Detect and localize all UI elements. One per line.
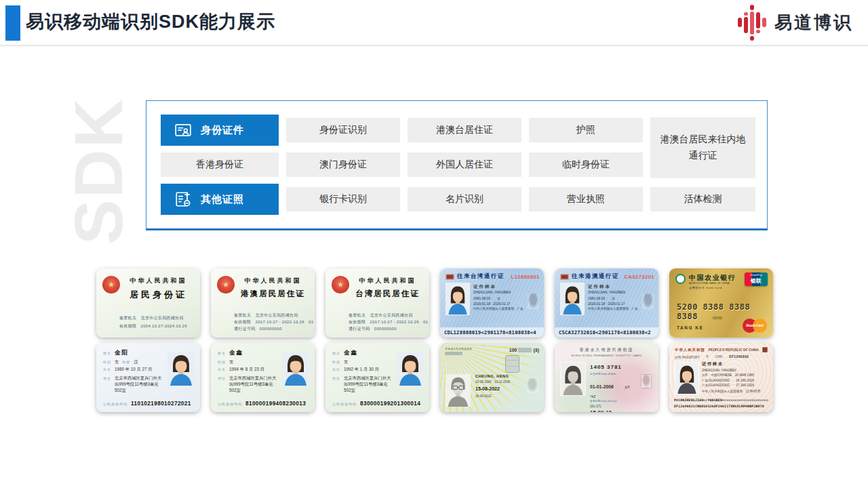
card-prc-id-front: 中华人民共和国 居民身份证 签发机关 北京市公安局西城分局 有效期限 2004.… — [96, 268, 200, 338]
hk-old-id-fields: 1405 3781 出生日期 Date of Birth 01-01-2006 … — [590, 363, 630, 412]
portrait-photo — [675, 362, 699, 394]
portrait-photo — [167, 352, 195, 386]
card-hk-macau-travel-permit: 往来港澳通行证 CA3273201 证件样本 ZHENGJIAN, YANGBE… — [555, 268, 658, 338]
portrait-photo — [560, 362, 586, 396]
redacted-bar — [445, 352, 462, 355]
id-number-row: 公民身份号码 810000199408230013 — [218, 401, 306, 407]
capability-grid: 身份证件 身份证识别 港澳台居住证 护照 港澳台居民来往内地通行证 香港身份证 … — [161, 115, 755, 215]
portrait-photo — [282, 352, 309, 386]
card-taiwan-travel-permit: 往来台湾通行证 L12880801 证件样本 ZHENGJIAN, YANGBE… — [440, 268, 544, 338]
category-button-id-documents[interactable]: 身份证件 — [161, 115, 279, 146]
card-prc-id-back: 姓名金阳 性别女民族汉 出生1980 年 10 月 27 日 住址北京市西城区复… — [96, 343, 200, 412]
permit-number: L12880801 — [511, 274, 540, 280]
national-emblem-icon — [102, 276, 120, 293]
permit-title: 往来港澳通行证 — [572, 272, 619, 281]
card-info-lines: 签发机关 北京市公安局西城分局 有效期限 2017.10.27 - 2022.1… — [349, 312, 428, 333]
card-info-lines: 签发机关 北京市公安局西城分局 有效期限 2017.10.27 - 2022.1… — [234, 312, 313, 333]
card-title: 台湾居民居住证 — [350, 289, 425, 299]
abc-bank-logo-icon — [675, 274, 686, 284]
bank-name: 中国农业银行 — [689, 274, 736, 281]
card-title: 港澳居民居住证 — [235, 289, 311, 299]
national-emblem-icon — [217, 276, 235, 293]
cards-row-2: 姓名金阳 性别女民族汉 出生1980 年 10 月 27 日 住址北京市西城区复… — [96, 343, 774, 412]
card-hk-permanent-id: 香港永久性居民身份證 HONG KONG PERMANENT IDENTITY … — [555, 343, 658, 412]
capability-button-business-card-ocr[interactable]: 名片识别 — [408, 187, 521, 211]
card-taiwan-residence-front: 中华人民共和国 台湾居民居住证 签发机关 北京市公安局西城分局 有效期限 201… — [326, 268, 429, 338]
card-holder: TANG KE — [677, 325, 703, 330]
passport-band-icon — [762, 347, 768, 352]
portrait-photo — [446, 374, 471, 407]
bank-name-en: AGRICULTURAL BANK OF CHINA — [689, 282, 736, 285]
card-country: 中华人民共和国 — [235, 277, 311, 285]
hk-id-title: 香港永久性居民身份证 — [445, 347, 472, 355]
category-label: 身份证件 — [201, 124, 244, 137]
card-info-lines: 签发机关 北京市公安局西城分局 有效期限 2004.10.27-2024.10.… — [119, 314, 187, 330]
valid-thru: 00/00 — [713, 316, 722, 320]
hk-id-fields: CHEUNG, HENG 22-05-1983 10-11-2000 15-08… — [475, 373, 510, 399]
category-button-other-certificates[interactable]: 其他证照 — [161, 184, 279, 215]
card-country: 中华人民共和国 — [350, 277, 425, 285]
mrz-line: CDL128808019<2901178<8108038<4 — [440, 327, 544, 338]
brand-logo: 易道博识 — [738, 0, 853, 45]
id-fields: 姓名金鑫 性别女 出生1994 年 8 月 23 日 住址北京市西城区复兴门外大… — [218, 349, 280, 395]
capability-button-hmt-mainland-travel-permit[interactable]: 港澳台居民来往内地通行证 — [650, 117, 755, 178]
id-fields: 姓名金鑫 性别女 出生1992 年 1 月 30 日 住址北京市西城区复兴门外大… — [332, 349, 395, 395]
card-taiwan-residence-back: 姓名金鑫 性别女 出生1992 年 1 月 30 日 住址北京市西城区复兴门外大… — [326, 343, 429, 412]
card-title: 居民身份证 — [121, 289, 196, 301]
mrz-lines: POCHNZHENGJIAN<<YANGBEN<<<<<<<<<<<<<<<<<… — [674, 397, 768, 409]
card-abc-gold-bank-card: 中国农业银行 AGRICULTURAL BANK OF CHINA 金穗贷记卡 … — [669, 268, 773, 338]
capability-button-liveness-detection[interactable]: 活体检测 — [650, 187, 755, 211]
sdk-watermark: SDK — [60, 94, 138, 249]
id-number-row: 公民身份号码 110102198010272021 — [103, 401, 191, 407]
smartcard-chip-icon — [505, 355, 519, 373]
permit-header: 往来港澳通行证 CA3273201 — [560, 272, 654, 281]
soundwave-logo-icon — [738, 3, 766, 41]
card-product: 金穗贷记卡 Gold Card — [689, 286, 736, 289]
permit-title: 往来台湾通行证 — [457, 272, 505, 281]
capability-button-hk-id[interactable]: 香港身份证 — [161, 152, 279, 177]
title-accent-square — [5, 5, 20, 41]
card-country: 中华人民共和国 — [121, 277, 196, 285]
id-number-row: 公民身份号码 830000199201300014 — [332, 401, 420, 407]
slide: 易识移动端识别SDK能力展示 易道博识 SDK 身份证件 身份证识别 港澳台居住 — [0, 0, 868, 488]
permit-number: CA3273201 — [624, 274, 654, 280]
ghost-photo — [526, 378, 538, 393]
permit-logo-icon — [446, 274, 454, 280]
ghost-photo — [642, 293, 654, 309]
national-emblem-icon — [332, 276, 349, 293]
card-hk-macau-residence-front: 中华人民共和国 港澳居民居住证 签发机关 北京市公安局西城分局 有效期限 201… — [211, 268, 315, 338]
hk-id-number: 100 (3) — [509, 348, 539, 352]
bank-header: 中国农业银行 AGRICULTURAL BANK OF CHINA 金穗贷记卡 … — [675, 274, 736, 289]
id-card-icon — [174, 121, 192, 139]
card-hk-residence-back: 姓名金鑫 性别女 出生1994 年 8 月 23 日 住址北京市西城区复兴门外大… — [211, 343, 315, 412]
capability-button-bankcard-ocr[interactable]: 银行卡识别 — [286, 187, 400, 211]
portrait-photo — [397, 352, 424, 386]
capability-button-macau-id[interactable]: 澳门身份证 — [286, 152, 400, 177]
permit-fields: 证件样本 ZHENGJIAN, YANGBEN 1981.08.03 女 201… — [473, 283, 526, 311]
capability-button-business-license[interactable]: 营业执照 — [529, 187, 643, 211]
sample-cards-gallery: 中华人民共和国 居民身份证 签发机关 北京市公安局西城分局 有效期限 2004.… — [96, 268, 774, 418]
unionpay-logo-icon: UnionPay 银联 — [745, 272, 768, 286]
capability-button-hmt-residence-permit[interactable]: 港澳台居住证 — [408, 118, 521, 142]
capability-button-idcard-ocr[interactable]: 身份证识别 — [286, 118, 400, 142]
ghost-photo — [641, 374, 652, 388]
permit-fields: 证件样本 ZHENGJIAN, YANGBEN 1981.08.03 女 201… — [588, 283, 641, 311]
mastercard-logo-icon: MasterCard — [743, 319, 767, 333]
passport-header: 中华人民共和国 PEOPLE'S REPUBLIC OF CHINA — [675, 347, 768, 352]
redacted-box — [518, 348, 532, 352]
header: 易识移动端识别SDK能力展示 易道博识 — [0, 0, 868, 46]
cards-row-1: 中华人民共和国 居民身份证 签发机关 北京市公安局西城分局 有效期限 2004.… — [96, 268, 774, 338]
passport-doc-row: 护照 PASSPORT P CHN EF1260892 — [675, 355, 768, 359]
capability-button-foreigner-residence[interactable]: 外国人居住证 — [408, 152, 521, 177]
mrz-line: CSCA32732010<2901178<8108038<2 — [555, 327, 658, 338]
permit-header: 往来台湾通行证 L12880801 — [446, 272, 540, 281]
category-label: 其他证照 — [201, 193, 244, 206]
card-prc-passport: 中华人民共和国 PEOPLE'S REPUBLIC OF CHINA 护照 PA… — [669, 343, 773, 412]
id-fields: 姓名金阳 性别女民族汉 出生1980 年 10 月 27 日 住址北京市西城区复… — [103, 349, 165, 395]
capability-button-temporary-id[interactable]: 临时身份证 — [529, 152, 643, 177]
page-title: 易识移动端识别SDK能力展示 — [26, 0, 275, 45]
ghost-photo — [528, 293, 539, 309]
capability-panel: 身份证件 身份证识别 港澳台居住证 护照 港澳台居民来往内地通行证 香港身份证 … — [146, 100, 768, 230]
capability-button-passport[interactable]: 护照 — [529, 118, 643, 142]
portrait-photo — [560, 283, 585, 315]
